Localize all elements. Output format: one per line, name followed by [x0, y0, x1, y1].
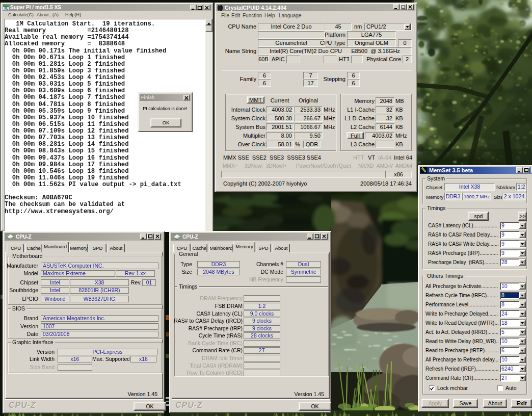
svg-text:π: π	[4, 5, 8, 10]
